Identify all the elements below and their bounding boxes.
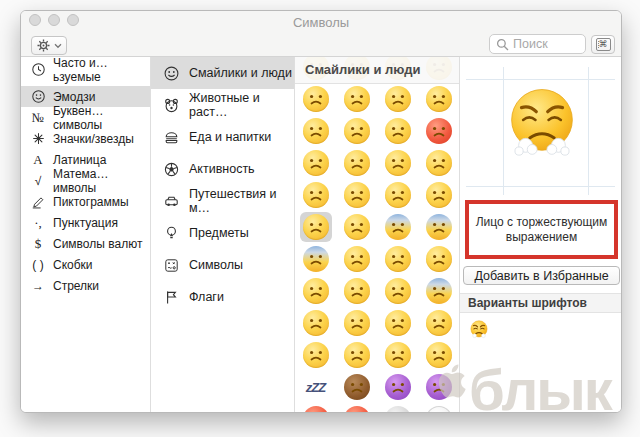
character-palette-icon: ⌘	[596, 38, 611, 51]
grid-section-header: Смайлики и люди	[295, 57, 459, 84]
soccer-ball-icon	[161, 161, 181, 178]
emoji-cell-tired-face[interactable]	[377, 179, 418, 211]
expand-panel-button[interactable]: ⌘	[591, 35, 615, 54]
font-variant-emoji[interactable]	[468, 319, 490, 341]
category-item-food-drink[interactable]: Еда и напитки	[151, 121, 294, 153]
emoji-cell-face-with-open-mouth[interactable]	[336, 211, 377, 243]
sidebar-item-label: Символы валют	[53, 237, 142, 251]
emoji-row	[295, 83, 459, 115]
emoji-cell-anguished-face[interactable]	[418, 243, 459, 275]
metric-guide-horizontal	[466, 79, 615, 80]
annotation-red-box: Лицо с торжествующим выражением	[465, 200, 618, 259]
emoji-row	[295, 339, 459, 371]
emoji-cell-angry-face-with-horns[interactable]	[418, 371, 459, 403]
emoji-cell-face-with-rolling-eyes[interactable]	[336, 83, 377, 115]
detail-panel: Лицо с торжествующим выражением Добавить…	[460, 57, 621, 412]
emoji-cell-thinking-face[interactable]	[377, 83, 418, 115]
emoji-cell-pouting-face[interactable]	[418, 115, 459, 147]
numero-icon: №	[29, 110, 47, 126]
emoji-cell-zipper-mouth-face[interactable]	[418, 307, 459, 339]
metric-guide-horizontal	[466, 186, 615, 187]
currency-icon: $	[29, 236, 47, 252]
latin-a-icon: A	[29, 152, 47, 168]
lightbulb-icon	[161, 225, 181, 242]
emoji-cell-loudly-crying-face[interactable]	[295, 307, 336, 339]
emoji-cell-dizzy-face[interactable]	[336, 307, 377, 339]
emoji-cell-face-with-thermometer[interactable]	[336, 339, 377, 371]
category-item-activity[interactable]: Активность	[151, 153, 294, 185]
metric-guide-vertical	[588, 67, 589, 195]
emoji-cell-sleepy-face[interactable]	[377, 275, 418, 307]
category-label: Еда и напитки	[189, 130, 271, 144]
category-item-animals-nature[interactable]: Животные и раст…	[151, 89, 294, 121]
sidebar-item-currency-symbols[interactable]: $ Символы валют	[21, 233, 150, 254]
search-field[interactable]	[489, 34, 586, 54]
emoji-cell-unamused-face[interactable]	[295, 83, 336, 115]
emoji-cell-sleeping-face[interactable]	[418, 339, 459, 371]
sidebar-item-label: Значки/звезды	[53, 132, 134, 146]
sidebar-item-arrows[interactable]: → Стрелки	[21, 275, 150, 296]
emoji-cell-frowning-face-with-open-mouth[interactable]	[377, 243, 418, 275]
emoji-cell-face-with-cold-sweat[interactable]	[418, 275, 459, 307]
emoji-cell-flushed-face[interactable]	[418, 83, 459, 115]
category-label: Смайлики и люди	[189, 66, 292, 80]
emoji-cell-frowning-face[interactable]	[418, 147, 459, 179]
emoji-cell-hushed-face[interactable]	[336, 243, 377, 275]
emoji-cell-disappointed-face[interactable]	[295, 115, 336, 147]
emoji-cell-goblin[interactable]	[336, 403, 377, 412]
emoji-cell-skull[interactable]	[377, 403, 418, 412]
emoji-cell-crying-face[interactable]	[295, 275, 336, 307]
sidebar-item-math-symbols[interactable]: √ Матема…имволы	[21, 170, 150, 191]
car-icon	[161, 193, 181, 210]
emoji-cell-face-with-head-bandage[interactable]	[377, 339, 418, 371]
smiley-icon	[161, 65, 181, 82]
emoji-row	[295, 403, 459, 412]
sidebar-item-bullets-stars[interactable]: Значки/звезды	[21, 128, 150, 149]
emoji-cell-confused-face[interactable]	[336, 147, 377, 179]
sidebar-item-punctuation[interactable]: ·, Пунктуация	[21, 212, 150, 233]
punctuation-icon: ·,	[29, 215, 47, 231]
content-area: Часто и…ьзуемые Эмодзи № Буквен…символы	[21, 57, 621, 412]
emoji-cell-angry-face[interactable]	[377, 115, 418, 147]
emoji-cell-weary-face[interactable]	[418, 179, 459, 211]
emoji-cell-face-with-open-mouth-and-cold-sweat[interactable]	[295, 243, 336, 275]
category-item-objects[interactable]: Предметы	[151, 217, 294, 249]
search-input[interactable]	[513, 37, 579, 51]
emoji-category-list: Смайлики и люди Животные и раст…	[151, 57, 295, 412]
emoji-cell-ghost[interactable]	[418, 403, 459, 412]
category-item-smileys-people[interactable]: Смайлики и люди	[151, 57, 294, 89]
flag-icon	[161, 289, 181, 306]
emoji-cell-fearful-face[interactable]	[418, 211, 459, 243]
emoji-cell-slightly-frowning-face[interactable]	[377, 147, 418, 179]
emoji-cell-ogre[interactable]	[295, 403, 336, 412]
emoji-cell-face-with-look-of-triumph[interactable]	[295, 211, 336, 243]
sidebar-item-frequently-used[interactable]: Часто и…ьзуемые	[21, 59, 150, 80]
emoji-cell-persevering-face[interactable]	[295, 179, 336, 211]
title-bar: Символы ⌘	[21, 11, 621, 57]
pencil-icon	[29, 195, 47, 209]
category-item-travel-places[interactable]: Путешествия и м…	[151, 185, 294, 217]
emoji-cell-disappointed-but-relieved-face[interactable]	[336, 275, 377, 307]
emoji-grid-rows: zZZ	[295, 57, 459, 412]
emoji-cell-face-with-medical-mask[interactable]	[295, 339, 336, 371]
category-item-flags[interactable]: Флаги	[151, 281, 294, 313]
emoji-cell-sleeping-symbol[interactable]: zZZ	[295, 371, 336, 403]
action-menu-button[interactable]	[31, 36, 67, 55]
emoji-cell-pile-of-poo[interactable]	[336, 371, 377, 403]
emoji-row: zZZ	[295, 371, 459, 403]
asterisk-star-icon	[29, 132, 47, 145]
category-item-symbols[interactable]: Символы	[151, 249, 294, 281]
font-variants-header: Варианты шрифтов	[460, 293, 621, 313]
emoji-cell-face-screaming-in-fear[interactable]	[377, 211, 418, 243]
emoji-cell-confounded-face[interactable]	[336, 179, 377, 211]
add-to-favorites-button[interactable]: Добавить в Избранные	[463, 266, 620, 285]
emoji-cell-pensive-face[interactable]	[295, 147, 336, 179]
emoji-cell-smiling-face-with-horns[interactable]	[377, 371, 418, 403]
emoji-row	[295, 243, 459, 275]
gear-icon	[36, 38, 51, 53]
sidebar-item-brackets[interactable]: ( ) Скобки	[21, 254, 150, 275]
category-label: Предметы	[189, 226, 249, 240]
emoji-cell-worried-face[interactable]	[336, 115, 377, 147]
sidebar-item-letterlike-symbols[interactable]: № Буквен…символы	[21, 107, 150, 128]
emoji-cell-astonished-face[interactable]	[377, 307, 418, 339]
